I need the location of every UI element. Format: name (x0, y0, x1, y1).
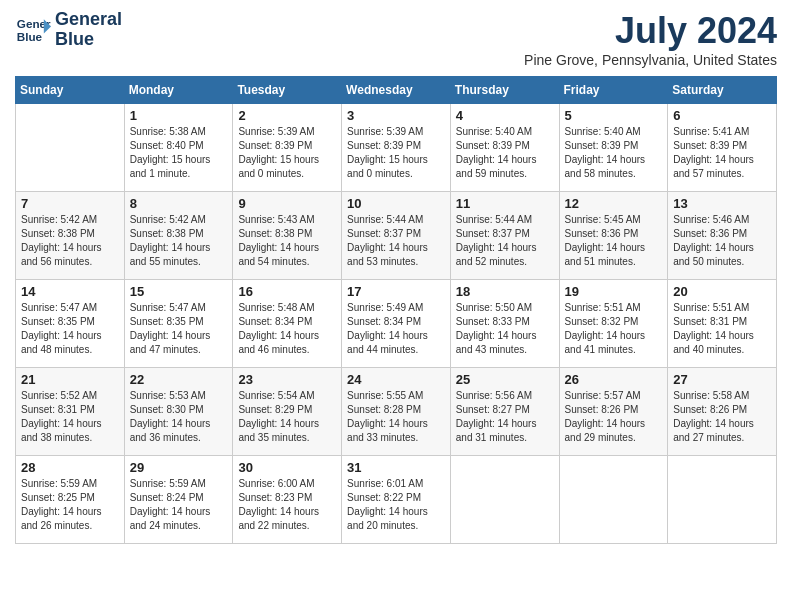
day-info: Sunrise: 5:58 AM Sunset: 8:26 PM Dayligh… (673, 389, 771, 445)
calendar-cell: 10Sunrise: 5:44 AM Sunset: 8:37 PM Dayli… (342, 192, 451, 280)
day-number: 29 (130, 460, 228, 475)
calendar-cell: 19Sunrise: 5:51 AM Sunset: 8:32 PM Dayli… (559, 280, 668, 368)
day-number: 27 (673, 372, 771, 387)
calendar-cell: 22Sunrise: 5:53 AM Sunset: 8:30 PM Dayli… (124, 368, 233, 456)
day-info: Sunrise: 5:52 AM Sunset: 8:31 PM Dayligh… (21, 389, 119, 445)
calendar-cell (559, 456, 668, 544)
day-number: 8 (130, 196, 228, 211)
day-info: Sunrise: 5:51 AM Sunset: 8:32 PM Dayligh… (565, 301, 663, 357)
calendar-cell (668, 456, 777, 544)
logo: General Blue General Blue (15, 10, 122, 50)
header-day-tuesday: Tuesday (233, 77, 342, 104)
day-number: 26 (565, 372, 663, 387)
day-number: 12 (565, 196, 663, 211)
page-header: General Blue General Blue July 2024 Pine… (15, 10, 777, 68)
day-info: Sunrise: 5:44 AM Sunset: 8:37 PM Dayligh… (347, 213, 445, 269)
day-number: 25 (456, 372, 554, 387)
header-day-friday: Friday (559, 77, 668, 104)
day-info: Sunrise: 5:39 AM Sunset: 8:39 PM Dayligh… (347, 125, 445, 181)
day-info: Sunrise: 6:00 AM Sunset: 8:23 PM Dayligh… (238, 477, 336, 533)
day-info: Sunrise: 5:44 AM Sunset: 8:37 PM Dayligh… (456, 213, 554, 269)
day-info: Sunrise: 5:48 AM Sunset: 8:34 PM Dayligh… (238, 301, 336, 357)
calendar-cell: 8Sunrise: 5:42 AM Sunset: 8:38 PM Daylig… (124, 192, 233, 280)
calendar-cell: 7Sunrise: 5:42 AM Sunset: 8:38 PM Daylig… (16, 192, 125, 280)
day-info: Sunrise: 5:41 AM Sunset: 8:39 PM Dayligh… (673, 125, 771, 181)
calendar-cell: 11Sunrise: 5:44 AM Sunset: 8:37 PM Dayli… (450, 192, 559, 280)
month-title: July 2024 (524, 10, 777, 52)
day-number: 31 (347, 460, 445, 475)
day-number: 15 (130, 284, 228, 299)
calendar-cell: 12Sunrise: 5:45 AM Sunset: 8:36 PM Dayli… (559, 192, 668, 280)
calendar-week-3: 14Sunrise: 5:47 AM Sunset: 8:35 PM Dayli… (16, 280, 777, 368)
day-number: 9 (238, 196, 336, 211)
header-day-thursday: Thursday (450, 77, 559, 104)
calendar-week-1: 1Sunrise: 5:38 AM Sunset: 8:40 PM Daylig… (16, 104, 777, 192)
day-number: 17 (347, 284, 445, 299)
day-number: 3 (347, 108, 445, 123)
day-number: 28 (21, 460, 119, 475)
calendar-cell (16, 104, 125, 192)
calendar-cell: 23Sunrise: 5:54 AM Sunset: 8:29 PM Dayli… (233, 368, 342, 456)
day-info: Sunrise: 5:51 AM Sunset: 8:31 PM Dayligh… (673, 301, 771, 357)
calendar-cell: 18Sunrise: 5:50 AM Sunset: 8:33 PM Dayli… (450, 280, 559, 368)
calendar-body: 1Sunrise: 5:38 AM Sunset: 8:40 PM Daylig… (16, 104, 777, 544)
calendar-cell: 28Sunrise: 5:59 AM Sunset: 8:25 PM Dayli… (16, 456, 125, 544)
calendar-cell: 16Sunrise: 5:48 AM Sunset: 8:34 PM Dayli… (233, 280, 342, 368)
day-info: Sunrise: 5:38 AM Sunset: 8:40 PM Dayligh… (130, 125, 228, 181)
day-number: 22 (130, 372, 228, 387)
day-number: 4 (456, 108, 554, 123)
day-info: Sunrise: 5:42 AM Sunset: 8:38 PM Dayligh… (21, 213, 119, 269)
day-info: Sunrise: 5:39 AM Sunset: 8:39 PM Dayligh… (238, 125, 336, 181)
day-info: Sunrise: 6:01 AM Sunset: 8:22 PM Dayligh… (347, 477, 445, 533)
calendar-cell (450, 456, 559, 544)
day-number: 21 (21, 372, 119, 387)
header-day-sunday: Sunday (16, 77, 125, 104)
day-number: 1 (130, 108, 228, 123)
calendar-header: SundayMondayTuesdayWednesdayThursdayFrid… (16, 77, 777, 104)
calendar-cell: 6Sunrise: 5:41 AM Sunset: 8:39 PM Daylig… (668, 104, 777, 192)
header-day-monday: Monday (124, 77, 233, 104)
svg-text:Blue: Blue (17, 30, 43, 43)
day-info: Sunrise: 5:45 AM Sunset: 8:36 PM Dayligh… (565, 213, 663, 269)
day-info: Sunrise: 5:56 AM Sunset: 8:27 PM Dayligh… (456, 389, 554, 445)
calendar-cell: 14Sunrise: 5:47 AM Sunset: 8:35 PM Dayli… (16, 280, 125, 368)
calendar-cell: 29Sunrise: 5:59 AM Sunset: 8:24 PM Dayli… (124, 456, 233, 544)
calendar-week-2: 7Sunrise: 5:42 AM Sunset: 8:38 PM Daylig… (16, 192, 777, 280)
day-number: 6 (673, 108, 771, 123)
day-info: Sunrise: 5:40 AM Sunset: 8:39 PM Dayligh… (456, 125, 554, 181)
location: Pine Grove, Pennsylvania, United States (524, 52, 777, 68)
day-number: 7 (21, 196, 119, 211)
calendar-cell: 25Sunrise: 5:56 AM Sunset: 8:27 PM Dayli… (450, 368, 559, 456)
calendar-cell: 21Sunrise: 5:52 AM Sunset: 8:31 PM Dayli… (16, 368, 125, 456)
calendar-cell: 2Sunrise: 5:39 AM Sunset: 8:39 PM Daylig… (233, 104, 342, 192)
day-number: 18 (456, 284, 554, 299)
day-number: 20 (673, 284, 771, 299)
logo-icon: General Blue (15, 12, 51, 48)
calendar-cell: 17Sunrise: 5:49 AM Sunset: 8:34 PM Dayli… (342, 280, 451, 368)
day-number: 10 (347, 196, 445, 211)
day-info: Sunrise: 5:53 AM Sunset: 8:30 PM Dayligh… (130, 389, 228, 445)
calendar-week-4: 21Sunrise: 5:52 AM Sunset: 8:31 PM Dayli… (16, 368, 777, 456)
title-block: July 2024 Pine Grove, Pennsylvania, Unit… (524, 10, 777, 68)
day-number: 2 (238, 108, 336, 123)
calendar-cell: 9Sunrise: 5:43 AM Sunset: 8:38 PM Daylig… (233, 192, 342, 280)
calendar-cell: 26Sunrise: 5:57 AM Sunset: 8:26 PM Dayli… (559, 368, 668, 456)
day-info: Sunrise: 5:40 AM Sunset: 8:39 PM Dayligh… (565, 125, 663, 181)
day-info: Sunrise: 5:54 AM Sunset: 8:29 PM Dayligh… (238, 389, 336, 445)
logo-text: General Blue (55, 10, 122, 50)
day-info: Sunrise: 5:47 AM Sunset: 8:35 PM Dayligh… (21, 301, 119, 357)
day-number: 13 (673, 196, 771, 211)
day-info: Sunrise: 5:50 AM Sunset: 8:33 PM Dayligh… (456, 301, 554, 357)
day-number: 16 (238, 284, 336, 299)
day-info: Sunrise: 5:43 AM Sunset: 8:38 PM Dayligh… (238, 213, 336, 269)
day-info: Sunrise: 5:42 AM Sunset: 8:38 PM Dayligh… (130, 213, 228, 269)
calendar-week-5: 28Sunrise: 5:59 AM Sunset: 8:25 PM Dayli… (16, 456, 777, 544)
day-info: Sunrise: 5:59 AM Sunset: 8:24 PM Dayligh… (130, 477, 228, 533)
day-number: 5 (565, 108, 663, 123)
calendar-cell: 5Sunrise: 5:40 AM Sunset: 8:39 PM Daylig… (559, 104, 668, 192)
calendar-cell: 3Sunrise: 5:39 AM Sunset: 8:39 PM Daylig… (342, 104, 451, 192)
day-number: 23 (238, 372, 336, 387)
calendar-cell: 13Sunrise: 5:46 AM Sunset: 8:36 PM Dayli… (668, 192, 777, 280)
calendar-cell: 15Sunrise: 5:47 AM Sunset: 8:35 PM Dayli… (124, 280, 233, 368)
day-number: 19 (565, 284, 663, 299)
